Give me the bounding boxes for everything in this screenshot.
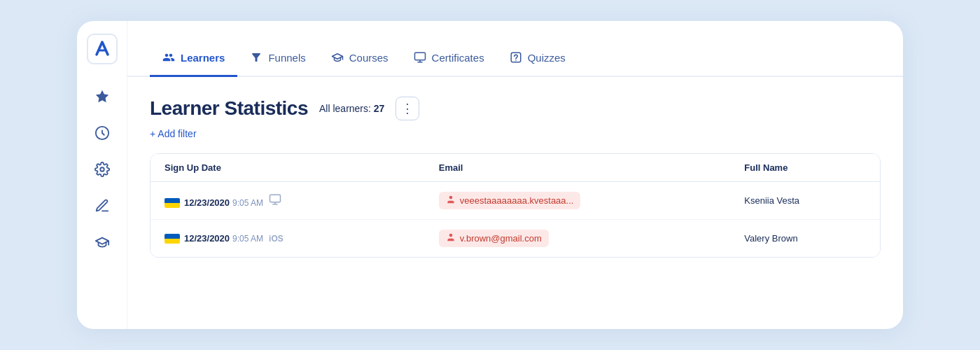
main-card: Learners Funnels Courses Certificates Qu… (77, 21, 903, 329)
graduation-icon[interactable] (87, 227, 118, 258)
star-icon[interactable] (87, 81, 118, 112)
cell-date-1: 12/23/20209:05 AMiOS (150, 220, 425, 258)
learners-table: Sign Up Date Email Full Name 12/23/20209… (150, 153, 881, 258)
svg-rect-2 (414, 52, 425, 60)
email-badge[interactable]: v.brown@gmail.com (439, 230, 549, 247)
tab-courses[interactable]: Courses (318, 51, 401, 77)
table-row: 12/23/20209:05 AMveeestaaaaaaaa.kvestaaa… (150, 182, 880, 220)
svg-point-1 (100, 167, 104, 172)
content-area: Learner Statistics All learners: 27 ⋮ + … (127, 77, 903, 329)
more-options-button[interactable]: ⋮ (396, 97, 419, 120)
table-row: 12/23/20209:05 AMiOSv.brown@gmail.comVal… (150, 220, 880, 258)
desktop-icon (269, 193, 281, 209)
tab-quizzes[interactable]: Quizzes (497, 51, 578, 77)
svg-point-7 (449, 234, 452, 237)
dashboard-icon[interactable] (87, 118, 118, 148)
tools-icon[interactable] (87, 190, 118, 221)
col-header-full-name: Full Name (730, 154, 880, 182)
top-nav: Learners Funnels Courses Certificates Qu… (127, 21, 903, 77)
tab-learners-label: Learners (181, 52, 225, 64)
ios-icon: iOS (269, 234, 284, 244)
tab-certificates-label: Certificates (432, 52, 484, 64)
svg-point-4 (515, 60, 517, 62)
time-value: 9:05 AM (232, 234, 263, 244)
settings-icon[interactable] (87, 154, 118, 185)
tab-learners[interactable]: Learners (150, 51, 237, 77)
cell-email-1: v.brown@gmail.com (425, 220, 730, 258)
tab-quizzes-label: Quizzes (528, 52, 566, 64)
logo[interactable] (87, 34, 118, 64)
page-title: Learner Statistics (150, 97, 308, 120)
user-icon (446, 195, 456, 206)
email-text: v.brown@gmail.com (460, 233, 542, 244)
date-value: 12/23/2020 (184, 197, 230, 208)
date-value: 12/23/2020 (184, 233, 230, 244)
svg-rect-5 (270, 195, 281, 202)
user-icon (446, 232, 456, 244)
add-filter-button[interactable]: + Add filter (150, 128, 197, 139)
tab-courses-label: Courses (349, 52, 388, 64)
svg-point-6 (449, 196, 452, 200)
main-content: Learners Funnels Courses Certificates Qu… (127, 21, 903, 329)
time-value: 9:05 AM (232, 198, 263, 208)
cell-email-0: veeestaaaaaaaa.kvestaaa... (425, 182, 730, 220)
table-header-row: Sign Up Date Email Full Name (150, 154, 880, 182)
flag-ukraine (164, 234, 180, 244)
flag-ukraine (164, 198, 180, 208)
tab-funnels[interactable]: Funnels (237, 51, 318, 77)
cell-fullname-1: Valery Brown (730, 220, 880, 258)
cell-fullname-0: Kseniia Vesta (730, 182, 880, 220)
col-header-email: Email (425, 154, 730, 182)
email-badge[interactable]: veeestaaaaaaaa.kvestaaa... (439, 192, 581, 209)
sidebar (77, 21, 127, 329)
all-learners-badge: All learners: 27 (319, 103, 384, 114)
page-header: Learner Statistics All learners: 27 ⋮ (150, 97, 881, 120)
col-header-signup-date: Sign Up Date (150, 154, 425, 182)
tab-funnels-label: Funnels (268, 52, 305, 64)
email-text: veeestaaaaaaaa.kvestaaa... (460, 195, 574, 206)
cell-date-0: 12/23/20209:05 AM (150, 182, 425, 220)
tab-certificates[interactable]: Certificates (401, 51, 497, 77)
